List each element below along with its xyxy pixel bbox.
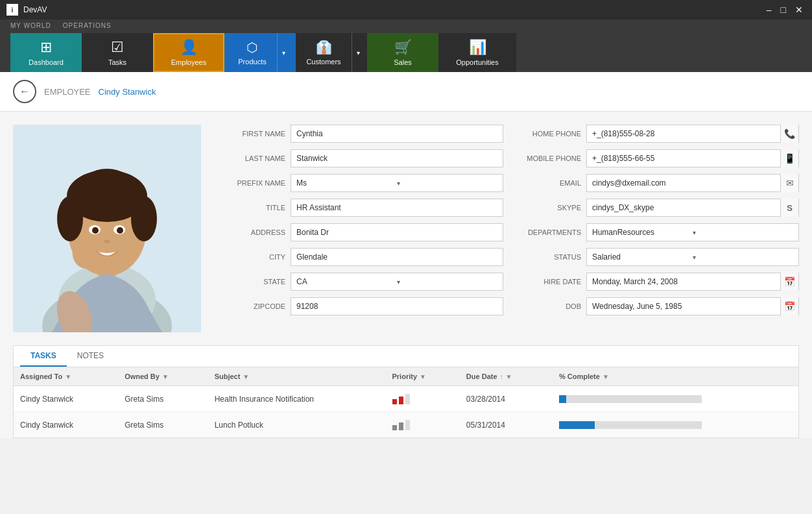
operations-section-label: OPERATIONS	[63, 22, 112, 32]
titlebar-controls: – □ ✕	[764, 5, 806, 15]
cell-due-date: 05/31/2014	[460, 412, 553, 438]
tab-notes[interactable]: NOTES	[67, 346, 114, 367]
phone-icon: 📞	[780, 125, 798, 143]
email-input[interactable]	[587, 175, 780, 191]
title-input[interactable]	[291, 199, 503, 217]
tab-tasks[interactable]: TASKS	[20, 346, 67, 367]
app-logo: i	[6, 4, 18, 16]
hire-date-input[interactable]	[587, 273, 780, 290]
last-name-input[interactable]	[291, 149, 503, 167]
content-area: ← EMPLOYEE Cindy Stanwick	[0, 72, 812, 438]
skype-input[interactable]	[587, 199, 780, 216]
dashboard-label: Dashboard	[29, 58, 64, 66]
employees-icon: 👤	[180, 39, 198, 56]
due-date-filter-icon[interactable]: ▼	[506, 373, 512, 380]
nav-tile-customers[interactable]: 👔 Customers ▾	[296, 33, 367, 72]
minimize-button[interactable]: –	[764, 5, 774, 15]
products-dropdown-arrow[interactable]: ▾	[277, 33, 290, 72]
nav-tile-sales[interactable]: 🛒 Sales	[367, 33, 438, 72]
prefix-select[interactable]: Ms ▾	[291, 174, 503, 192]
fields-columns: FIRST NAME LAST NAME PREFIX NAME Ms ▾	[221, 125, 799, 322]
status-select[interactable]: Salaried ▾	[586, 248, 799, 266]
breadcrumb-bar: ← EMPLOYEE Cindy Stanwick	[0, 72, 812, 112]
svg-point-7	[131, 196, 157, 241]
state-select[interactable]: CA ▾	[291, 273, 503, 291]
priority-filter-icon[interactable]: ▼	[420, 373, 426, 380]
svg-point-8	[80, 169, 134, 208]
address-label: ADDRESS	[221, 228, 285, 236]
prefix-value: Ms	[296, 178, 397, 188]
products-label: Products	[238, 58, 266, 66]
customers-main[interactable]: 👔 Customers	[298, 33, 348, 72]
complete-filter-icon[interactable]: ▼	[603, 373, 609, 380]
products-main[interactable]: ⬡ Products	[230, 33, 274, 72]
state-arrow: ▾	[397, 278, 497, 286]
first-name-input[interactable]	[291, 125, 503, 143]
progress-bar-1	[559, 395, 702, 403]
zipcode-input[interactable]	[291, 297, 503, 315]
nav-tile-opportunities[interactable]: 📊 Opportunities	[438, 33, 516, 72]
departments-label: DEPARTMENTS	[516, 228, 581, 236]
svg-rect-18	[405, 394, 410, 404]
city-label: CITY	[221, 253, 285, 261]
field-row-last-name: LAST NAME	[221, 149, 503, 167]
titlebar: i DevAV – □ ✕	[0, 0, 812, 19]
priority-chart-medium	[392, 417, 411, 430]
owned-by-filter-icon[interactable]: ▼	[162, 373, 169, 380]
departments-select[interactable]: HumanResources ▾	[586, 223, 799, 241]
col-priority: Priority ▼	[386, 367, 460, 386]
tasks-table-body: Cindy Stanwick Greta Sims Health Insuran…	[14, 386, 798, 438]
progress-fill-2	[559, 421, 595, 429]
status-value: Salaried	[592, 252, 693, 262]
nav-tiles-row: ⊞ Dashboard ☑ Tasks 👤 Employees ⬡ Produc…	[10, 33, 802, 72]
field-row-city: CITY	[221, 248, 503, 266]
dashboard-icon: ⊞	[40, 39, 52, 56]
svg-point-12	[117, 227, 123, 234]
opportunities-icon: 📊	[469, 39, 486, 56]
due-date-sort-icon[interactable]: ↑	[500, 373, 503, 380]
zipcode-label: ZIPCODE	[221, 302, 285, 310]
departments-arrow: ▾	[693, 229, 793, 236]
right-fields-column: HOME PHONE 📞 MOBILE PHONE 📱	[516, 125, 799, 322]
nav-tile-tasks[interactable]: ☑ Tasks	[82, 33, 153, 72]
home-phone-input[interactable]	[587, 125, 780, 142]
back-button[interactable]: ←	[13, 80, 36, 103]
form-area: FIRST NAME LAST NAME PREFIX NAME Ms ▾	[0, 112, 812, 345]
customers-dropdown-arrow[interactable]: ▾	[352, 33, 364, 72]
dob-calendar-icon[interactable]: 📅	[780, 297, 798, 315]
owned-by-col-label: Owned By	[125, 373, 160, 380]
home-phone-field: 📞	[586, 125, 799, 143]
complete-col-label: % Complete	[559, 373, 600, 380]
svg-rect-17	[399, 397, 403, 404]
progress-fill-1	[559, 395, 566, 403]
assigned-to-col-label: Assigned To	[20, 373, 62, 380]
tasks-tabs: TASKS NOTES	[14, 346, 798, 367]
address-input[interactable]	[291, 223, 503, 241]
left-fields-column: FIRST NAME LAST NAME PREFIX NAME Ms ▾	[221, 125, 503, 322]
breadcrumb-name: Cindy Stanwick	[99, 87, 156, 97]
dob-input[interactable]	[587, 298, 780, 315]
assigned-to-filter-icon[interactable]: ▼	[65, 373, 71, 380]
mobile-phone-input[interactable]	[587, 150, 780, 167]
hire-date-calendar-icon[interactable]: 📅	[780, 273, 798, 291]
sales-icon: 🛒	[394, 39, 412, 56]
nav-tile-products[interactable]: ⬡ Products ▾	[224, 33, 296, 72]
field-row-zipcode: ZIPCODE	[221, 297, 503, 315]
cell-owned-by: Greta Sims	[118, 386, 208, 412]
close-button[interactable]: ✕	[793, 5, 806, 15]
city-input[interactable]	[291, 248, 503, 266]
svg-rect-20	[399, 422, 403, 430]
field-row-email: EMAIL ✉	[516, 174, 799, 192]
departments-value: HumanResources	[592, 228, 693, 237]
prefix-arrow: ▾	[397, 180, 497, 187]
nav-tile-dashboard[interactable]: ⊞ Dashboard	[10, 33, 82, 72]
status-arrow: ▾	[693, 254, 793, 261]
title-label: TITLE	[221, 204, 285, 212]
progress-bar-2	[559, 421, 702, 429]
field-row-prefix: PREFIX NAME Ms ▾	[221, 174, 503, 192]
subject-filter-icon[interactable]: ▼	[243, 373, 249, 380]
nav-tile-employees[interactable]: 👤 Employees	[153, 33, 224, 72]
customers-label: Customers	[306, 58, 340, 66]
email-label: EMAIL	[516, 179, 581, 187]
maximize-button[interactable]: □	[778, 5, 789, 15]
